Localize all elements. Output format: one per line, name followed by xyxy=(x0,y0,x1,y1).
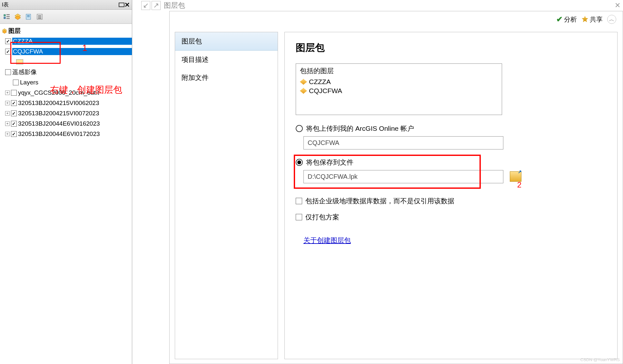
enterprise-db-checkbox-row[interactable]: 包括企业级地理数据库数据，而不是仅引用该数据 xyxy=(296,196,606,206)
expand-icon[interactable]: + xyxy=(5,121,10,126)
annotation-2: 2 xyxy=(510,180,521,189)
share-icon xyxy=(581,16,588,23)
radio-unchecked-icon[interactable] xyxy=(296,125,303,132)
enterprise-db-label: 包括企业级地理数据库数据，而不是仅引用该数据 xyxy=(305,196,454,206)
raster-item[interactable]: 320513BJ20044E6VI0162023 xyxy=(18,120,132,127)
upload-radio-row[interactable]: 将包上传到我的 ArcGIS Online 帐户 xyxy=(296,124,606,133)
svg-rect-13 xyxy=(38,18,41,19)
dialog-body: ✔ 分析 共享 ︿ 图层包 项目描述 附加文件 图层包 包括的图层 xyxy=(169,11,623,364)
svg-rect-12 xyxy=(38,17,41,17)
dialog-title: 图层包 xyxy=(164,1,185,10)
schema-only-checkbox-row[interactable]: 仅打包方案 xyxy=(296,213,606,222)
dialog-area: ↙ ↗ 图层包 ✕ ✔ 分析 共享 ︿ 图层包 项目描述 附加文件 xyxy=(139,0,623,364)
close-icon[interactable]: ✕ xyxy=(124,1,130,9)
layer-czzza[interactable]: CZZZA xyxy=(12,38,132,45)
svg-rect-8 xyxy=(27,15,30,16)
schema-only-label: 仅打包方案 xyxy=(305,213,339,222)
nav-item-description[interactable]: 项目描述 xyxy=(175,51,278,69)
save-path-input[interactable]: D:\CQJCFWA.lpk xyxy=(303,170,503,183)
browse-button[interactable] xyxy=(510,171,521,182)
dialog-title-bar: ↙ ↗ 图层包 ✕ xyxy=(139,0,623,11)
layers-root-icon xyxy=(2,28,7,34)
svg-rect-2 xyxy=(6,14,10,15)
layer-checkbox[interactable] xyxy=(5,49,11,54)
remote-sensing-label[interactable]: 遥感影像 xyxy=(12,68,132,76)
layer-checkbox[interactable] xyxy=(5,69,11,75)
layer-checkbox[interactable] xyxy=(11,110,17,116)
main-title: 图层包 xyxy=(296,41,606,54)
svg-rect-9 xyxy=(27,16,30,17)
restore-icon[interactable] xyxy=(119,3,124,7)
watermark: CSDN @YuanYWRS xyxy=(580,357,620,362)
expand-icon[interactable]: + xyxy=(5,91,10,95)
dialog-nav: 图层包 项目描述 附加文件 xyxy=(175,32,278,359)
symbol-swatch xyxy=(16,59,23,64)
list-by-selection-icon[interactable] xyxy=(35,13,44,21)
layer-checkbox[interactable] xyxy=(11,90,17,96)
layer-checkbox[interactable] xyxy=(5,38,11,44)
expand-icon[interactable]: + xyxy=(5,132,10,136)
nav-fwd-icon[interactable]: ↗ xyxy=(152,1,161,10)
svg-rect-1 xyxy=(4,17,5,19)
list-by-source-icon[interactable] xyxy=(14,13,22,21)
save-radio-row[interactable]: 将包保存到文件 xyxy=(296,158,503,167)
nav-back-icon[interactable]: ↙ xyxy=(141,1,150,10)
toc-toolbar xyxy=(0,10,132,24)
dialog-content: 图层包 项目描述 附加文件 图层包 包括的图层 CZZZA CQJCFWA xyxy=(170,27,623,364)
layer-checkbox[interactable] xyxy=(11,131,17,137)
included-layers-label: 包括的图层 xyxy=(300,66,498,75)
list-by-visibility-icon[interactable] xyxy=(25,13,33,21)
included-layers-box: 包括的图层 CZZZA CQJCFWA xyxy=(296,63,502,115)
layer-checkbox[interactable] xyxy=(11,100,17,106)
raster-item[interactable]: 320513BJ2004215VI0072023 xyxy=(18,110,132,117)
nav-attachments[interactable]: 附加文件 xyxy=(175,69,278,87)
analyze-button[interactable]: ✔ 分析 xyxy=(556,15,577,24)
checkbox-unchecked[interactable] xyxy=(296,214,302,220)
share-label: 共享 xyxy=(590,15,603,24)
layer-icon xyxy=(300,88,307,94)
analyze-label: 分析 xyxy=(564,15,577,24)
radio-checked-icon[interactable] xyxy=(296,159,303,166)
svg-rect-0 xyxy=(4,14,5,16)
layer-checkbox[interactable] xyxy=(11,121,17,127)
raster-item[interactable]: 320513BJ20044E6VI0172023 xyxy=(18,130,132,138)
dialog-close-icon[interactable]: ✕ xyxy=(615,1,620,10)
nav-layer-package[interactable]: 图层包 xyxy=(175,32,278,51)
upload-label: 将包上传到我的 ArcGIS Online 帐户 xyxy=(306,124,414,133)
share-button[interactable]: 共享 xyxy=(581,15,603,24)
layer-icon xyxy=(300,79,307,85)
help-link[interactable]: 关于创建图层包 xyxy=(303,236,606,245)
layer-cqjcfwa[interactable]: CQJCFWA xyxy=(12,48,132,55)
save-label: 将包保存到文件 xyxy=(306,158,353,167)
root-label: 图层 xyxy=(8,27,21,35)
toc-title: l表 xyxy=(2,1,9,8)
svg-rect-11 xyxy=(38,15,41,16)
collapse-button[interactable]: ︿ xyxy=(607,15,616,24)
dialog-toolbar: ✔ 分析 共享 ︿ xyxy=(170,11,623,27)
included-layer-label: CZZZA xyxy=(309,78,331,86)
raster-item[interactable]: 320513BJ2004215VI0062023 xyxy=(18,100,132,107)
annotation-1: 1 xyxy=(82,43,87,53)
svg-rect-3 xyxy=(6,16,10,17)
checkbox-unchecked[interactable] xyxy=(296,198,302,204)
check-icon: ✔ xyxy=(556,15,563,24)
toc-panel: l表 ✕ 图层 CZZZA CQJCFWA xyxy=(0,0,132,364)
toc-tree: 图层 CZZZA CQJCFWA 遥感影像 Layers + yqyx_CGCS… xyxy=(0,24,132,141)
upload-name-input[interactable]: CQJCFWA xyxy=(303,136,503,149)
included-layer-label: CQJCFWA xyxy=(309,87,342,95)
svg-rect-4 xyxy=(6,18,10,19)
annotation-context-text: 右键，创建图层包 xyxy=(50,84,122,96)
list-by-drawing-icon[interactable] xyxy=(3,13,11,21)
included-layer-item: CZZZA xyxy=(300,77,498,86)
dialog-main: 图层包 包括的图层 CZZZA CQJCFWA 将包上传到我 xyxy=(284,32,618,359)
layer-checkbox[interactable] xyxy=(13,80,19,85)
expand-icon[interactable]: + xyxy=(5,111,10,116)
toc-title-bar: l表 ✕ xyxy=(0,0,132,10)
expand-icon[interactable]: + xyxy=(5,101,10,105)
included-layer-item: CQJCFWA xyxy=(300,86,498,95)
